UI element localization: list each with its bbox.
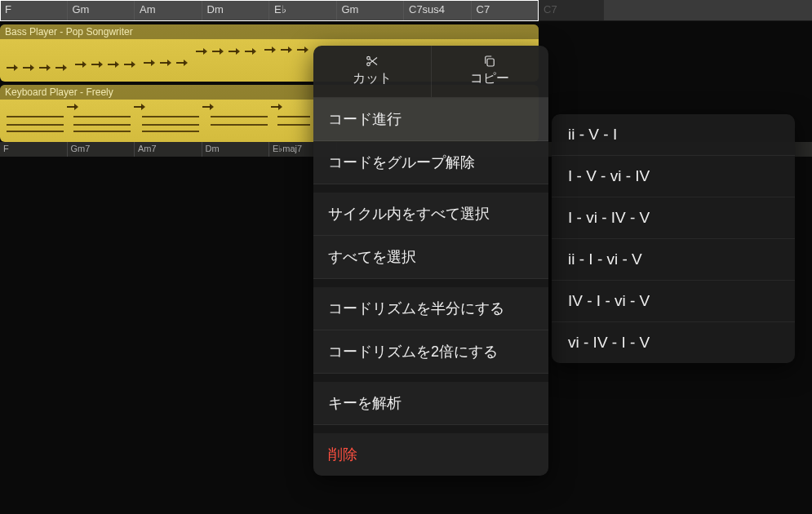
progression-option[interactable]: vi - IV - I - V: [552, 322, 795, 363]
chord-cell[interactable]: C7sus4: [404, 0, 472, 20]
menu-item-delete[interactable]: 削除: [313, 433, 548, 476]
menu-item-chord-progression[interactable]: コード進行: [313, 98, 548, 141]
chord-cell[interactable]: Am: [135, 0, 202, 20]
svg-rect-4: [487, 59, 494, 66]
progression-option[interactable]: IV - I - vi - V: [552, 281, 795, 322]
chord-cell[interactable]: E♭: [269, 0, 337, 20]
cut-button[interactable]: カット: [313, 46, 432, 97]
copy-icon: [481, 54, 498, 69]
menu-separator: [313, 184, 548, 193]
menu-separator: [313, 374, 548, 382]
cut-label: カット: [353, 71, 392, 85]
region-label: Bass Player - Pop Songwriter: [0, 24, 539, 39]
progression-option[interactable]: I - V - vi - IV: [552, 156, 795, 197]
copy-label: コピー: [470, 71, 509, 85]
progression-option[interactable]: I - vi - IV - V: [552, 197, 795, 239]
sub-chord-cell: F: [0, 142, 68, 157]
chord-cell[interactable]: F: [0, 0, 68, 20]
copy-button[interactable]: コピー: [432, 46, 549, 97]
chord-cell[interactable]: Gm: [68, 0, 135, 20]
menu-item-analyze-key[interactable]: キーを解析: [313, 382, 548, 425]
sub-chord-cell: Am7: [135, 142, 202, 157]
sub-chord-cell: Dm: [202, 142, 270, 157]
progression-option[interactable]: ii - I - vi - V: [552, 239, 795, 281]
menu-item-select-in-cycle[interactable]: サイクル内をすべて選択: [313, 193, 548, 236]
context-menu-top-row: カット コピー: [313, 46, 548, 98]
chord-cell[interactable]: Gm: [337, 0, 405, 20]
context-menu: カット コピー コード進行 コードをグループ解除 サイクル内をすべて選択 すべて…: [313, 46, 548, 476]
menu-item-select-all[interactable]: すべてを選択: [313, 236, 548, 279]
scissors-icon: [364, 54, 380, 69]
menu-item-halve-rhythm[interactable]: コードリズムを半分にする: [313, 287, 548, 330]
svg-point-0: [366, 56, 370, 60]
menu-item-ungroup-chords[interactable]: コードをグループ解除: [313, 141, 548, 184]
menu-item-double-rhythm[interactable]: コードリズムを2倍にする: [313, 330, 548, 374]
chord-cell[interactable]: Dm: [202, 0, 270, 20]
progression-option[interactable]: ii - V - I: [552, 114, 795, 156]
menu-separator: [313, 425, 548, 433]
menu-separator: [313, 279, 548, 287]
chord-cell[interactable]: C7: [472, 0, 539, 20]
chord-cell-disabled: C7: [539, 0, 604, 20]
progression-submenu: ii - V - I I - V - vi - IV I - vi - IV -…: [552, 114, 795, 363]
svg-point-1: [366, 63, 370, 66]
sub-chord-cell: Gm7: [68, 142, 135, 157]
chord-ruler[interactable]: F Gm Am Dm E♭ Gm C7sus4 C7 C7: [0, 0, 812, 21]
